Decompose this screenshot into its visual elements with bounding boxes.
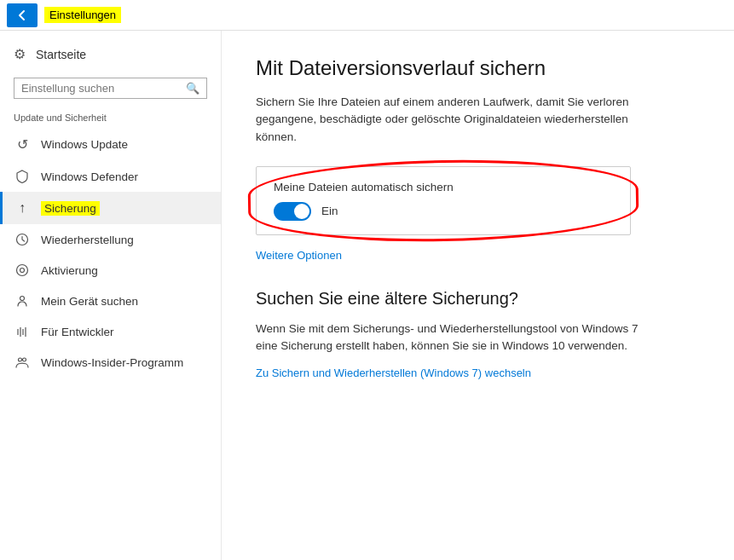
toggle-state-label: Ein — [321, 205, 338, 217]
sidebar-item-label: Für Entwickler — [41, 326, 114, 338]
page-title: Mit Dateiversionsverlauf sichern — [256, 56, 700, 80]
section2-description: Wenn Sie mit dem Sicherungs- und Wiederh… — [256, 320, 648, 355]
sidebar-item-geraet[interactable]: Mein Gerät suchen — [0, 286, 221, 316]
toggle-row: Ein — [274, 202, 613, 221]
sidebar-search-box[interactable]: 🔍 — [14, 78, 207, 99]
sidebar-item-home[interactable]: ⚙ Startseite — [0, 38, 221, 71]
developer-icon — [14, 325, 31, 338]
sidebar: ⚙ Startseite 🔍 Update und Sicherheit ↺ W… — [0, 31, 222, 560]
app-title: Einstellungen — [44, 7, 121, 23]
activation-icon — [14, 263, 31, 277]
sidebar-home-label: Startseite — [36, 48, 86, 61]
content-description: Sichern Sie Ihre Dateien auf einem ander… — [256, 94, 665, 146]
svg-point-1 — [17, 265, 28, 276]
legacy-backup-link[interactable]: Zu Sichern und Wiederherstellen (Windows… — [256, 367, 531, 379]
further-options-link[interactable]: Weitere Optionen — [256, 249, 700, 262]
sidebar-item-label: Windows-Insider-Programm — [41, 356, 183, 369]
sidebar-item-label: Mein Gerät suchen — [41, 295, 138, 308]
home-icon: ⚙ — [14, 46, 26, 62]
titlebar: Einstellungen — [0, 0, 734, 31]
recovery-icon — [14, 233, 31, 246]
sidebar-item-windows-update[interactable]: ↺ Windows Update — [0, 128, 221, 161]
insider-icon — [14, 355, 31, 369]
sidebar-item-label: Wiederherstellung — [41, 234, 134, 246]
svg-point-2 — [20, 268, 25, 273]
device-icon — [14, 294, 31, 308]
sicherung-icon: ↑ — [14, 200, 31, 216]
svg-point-9 — [23, 358, 26, 361]
sidebar-item-label: Windows Defender — [41, 170, 138, 183]
sidebar-section-label: Update und Sicherheit — [0, 109, 221, 128]
auto-backup-toggle[interactable] — [274, 202, 311, 221]
auto-backup-label: Meine Dateien automatisch sichern — [274, 181, 613, 193]
search-input[interactable] — [21, 82, 186, 95]
defender-icon — [14, 170, 31, 183]
sidebar-item-label: Sicherung — [41, 201, 100, 216]
sidebar-item-sicherung[interactable]: ↑ Sicherung — [0, 192, 221, 224]
sidebar-item-entwickler[interactable]: Für Entwickler — [0, 316, 221, 347]
main-layout: ⚙ Startseite 🔍 Update und Sicherheit ↺ W… — [0, 31, 734, 560]
content-area: Mit Dateiversionsverlauf sichern Sichern… — [222, 31, 734, 560]
back-button[interactable] — [7, 3, 38, 27]
auto-backup-section: Meine Dateien automatisch sichern Ein — [256, 166, 631, 235]
search-icon: 🔍 — [186, 82, 199, 95]
svg-point-3 — [20, 297, 25, 301]
section2-title: Suchen Sie eine ältere Sicherung? — [256, 289, 700, 309]
sidebar-item-insider[interactable]: Windows-Insider-Programm — [0, 347, 221, 378]
update-icon: ↺ — [14, 136, 31, 153]
sidebar-item-aktivierung[interactable]: Aktivierung — [0, 255, 221, 286]
sidebar-item-label: Windows Update — [41, 138, 128, 151]
sidebar-item-wiederherstellung[interactable]: Wiederherstellung — [0, 224, 221, 255]
sidebar-item-label: Aktivierung — [41, 264, 98, 277]
sidebar-item-windows-defender[interactable]: Windows Defender — [0, 161, 221, 192]
svg-point-8 — [19, 358, 22, 361]
